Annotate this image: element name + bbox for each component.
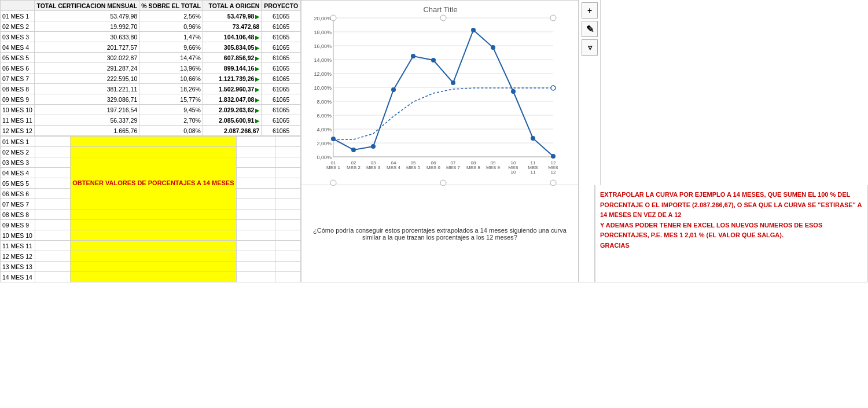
empty-total-cell (35, 241, 71, 251)
data-point-7 (451, 80, 455, 85)
mes-label: 14 MES 14 (1, 272, 35, 282)
empty-proj-cell (275, 272, 300, 282)
yellow-pct-cell (71, 220, 236, 230)
table-row: 01 MES 153.479,982,56%53.479,9861065 (1, 11, 301, 21)
svg-text:14,00%: 14,00% (314, 57, 332, 63)
pct-cell: 0,08% (139, 126, 203, 136)
chart-title: Chart Title (423, 5, 457, 14)
empty-proj-cell (275, 230, 300, 241)
table-row: 12 MES 121.665,760,08%2.087.266,6761065 (1, 126, 301, 136)
empty-table-row: 08 MES 8 (1, 209, 301, 220)
table-row: 05 MES 5302.022,8714,47%607.856,9261065 (1, 53, 301, 63)
mes-label: 05 MES 5 (1, 178, 35, 189)
svg-text:12,00%: 12,00% (314, 71, 332, 77)
mes-label: 03 MES 3 (1, 32, 35, 42)
empty-table-row: 11 MES 11 (1, 241, 301, 251)
svg-text:MES 8: MES 8 (466, 165, 481, 170)
empty-table-row: 14 MES 14 (1, 272, 301, 282)
svg-text:MES 2: MES 2 (347, 165, 361, 170)
proyecto-cell: 61065 (262, 94, 301, 105)
chart-buttons-panel: + ✎ ▿ (579, 0, 600, 185)
total-cell: 30.633,80 (35, 32, 139, 42)
mes-label: 10 MES 10 (1, 230, 35, 241)
empty-proj-cell (275, 209, 300, 220)
svg-text:MES 5: MES 5 (406, 165, 421, 170)
empty-proj-cell (275, 199, 300, 209)
empty-total-cell (35, 230, 71, 241)
svg-text:MES 7: MES 7 (446, 165, 461, 170)
yellow-pct-cell: OBTENER VALORES DE PORCENTAJES A 14 MESE… (71, 157, 236, 209)
empty-orig-cell (236, 220, 275, 230)
mes-label: 11 MES 11 (1, 241, 35, 251)
chart-filter-button[interactable]: ▿ (582, 39, 598, 56)
header-pct: % SOBRE EL TOTAL (139, 1, 203, 11)
proyecto-cell: 61065 (262, 73, 301, 84)
table-row: 04 MES 4201.727,579,66%305.834,0561065 (1, 42, 301, 53)
data-point-3 (371, 144, 376, 149)
empty-proj-cell (275, 157, 300, 168)
chart-add-button[interactable]: + (582, 2, 598, 19)
table-row: 09 MES 9329.086,7115,77%1.832.047,086106… (1, 94, 301, 105)
total-cell: 329.086,71 (35, 94, 139, 105)
total-origen-cell: 1.832.047,08 (203, 94, 261, 105)
empty-proj-cell (275, 137, 300, 147)
scroll-handle-right[interactable] (550, 15, 556, 21)
svg-text:MES 1: MES 1 (326, 165, 341, 170)
scroll-handle-bot-mid[interactable] (440, 180, 446, 186)
mes-label: 02 MES 2 (1, 21, 35, 32)
scroll-handle-left[interactable] (330, 15, 336, 21)
trend-line (333, 88, 553, 139)
svg-text:8,00%: 8,00% (317, 99, 332, 105)
scroll-handle-bot-left[interactable] (330, 180, 336, 186)
empty-total-cell (35, 137, 71, 147)
data-point-2 (351, 148, 356, 152)
empty-orig-cell (236, 230, 275, 241)
total-cell: 381.221,11 (35, 84, 139, 94)
empty-total-cell (35, 178, 71, 189)
empty-total-cell (35, 272, 71, 282)
pct-cell: 13,96% (139, 63, 203, 73)
total-cell: 302.022,87 (35, 53, 139, 63)
question-text: ¿Cómo podría conseguir estos porcentajes… (306, 227, 573, 241)
mes-label: 09 MES 9 (1, 220, 35, 230)
svg-text:18,00%: 18,00% (314, 30, 332, 35)
mes-label: 08 MES 8 (1, 209, 35, 220)
mes-label: 01 MES 1 (1, 137, 35, 147)
chart-line (333, 30, 553, 156)
pct-cell: 14,47% (139, 53, 203, 63)
mes-label: 13 MES 13 (1, 262, 35, 272)
empty-total-cell (35, 220, 71, 230)
yellow-pct-cell (71, 230, 236, 241)
mes-label: 12 MES 12 (1, 251, 35, 262)
proyecto-cell: 61065 (262, 21, 301, 32)
chart-area: Chart Title 20,00% 18,00% 16,00% 14,00% … (301, 0, 579, 185)
empty-orig-cell (236, 157, 275, 168)
mes-label: 01 MES 1 (1, 11, 35, 21)
svg-text:20,00%: 20,00% (314, 16, 332, 21)
proyecto-cell: 61065 (262, 53, 301, 63)
table-row: 11 MES 1156.337,292,70%2.085.600,9161065 (1, 115, 301, 126)
total-origen-cell: 53.479,98 (203, 11, 261, 21)
chart-edit-button[interactable]: ✎ (582, 21, 598, 37)
table-row: 08 MES 8381.221,1118,26%1.502.960,376106… (1, 84, 301, 94)
empty-proj-cell (275, 220, 300, 230)
svg-text:12: 12 (551, 170, 556, 175)
svg-text:16,00%: 16,00% (314, 43, 332, 49)
header-proyecto: PROYECTO (262, 1, 301, 11)
empty-total-cell (35, 189, 71, 199)
svg-text:10,00%: 10,00% (314, 85, 332, 91)
empty-orig-cell (236, 168, 275, 178)
total-origen-cell: 607.856,92 (203, 53, 261, 63)
mes-label: 10 MES 10 (1, 105, 35, 115)
proyecto-cell: 61065 (262, 105, 301, 115)
pct-cell: 15,77% (139, 94, 203, 105)
data-point-6 (431, 58, 436, 63)
info-box: EXTRAPOLAR LA CURVA POR EJEMPLO A 14 MES… (595, 185, 868, 282)
total-cell: 53.479,98 (35, 11, 139, 21)
yellow-pct-cell (71, 262, 236, 272)
mes-label: 11 MES 11 (1, 115, 35, 126)
info-text: EXTRAPOLAR LA CURVA POR EJEMPLO A 14 MES… (600, 191, 862, 249)
scroll-handle-mid[interactable] (440, 15, 446, 21)
empty-table-row: 12 MES 12 (1, 251, 301, 262)
scroll-handle-bot-right[interactable] (550, 180, 556, 186)
